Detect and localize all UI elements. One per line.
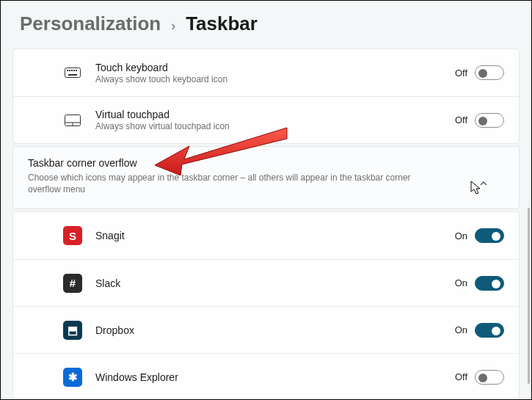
svg-rect-0 [65, 68, 81, 78]
scrollbar[interactable] [528, 208, 530, 384]
virtual-touchpad-title: Virtual touchpad [95, 109, 230, 120]
breadcrumb-current: Taskbar [186, 12, 258, 35]
virtual-touchpad-toggle[interactable] [475, 113, 504, 128]
svg-rect-1 [67, 70, 68, 71]
keyboard-icon [63, 63, 82, 82]
snagit-toggle[interactable] [475, 228, 504, 243]
bluetooth-icon: ✱ [63, 368, 82, 387]
taskbar-corner-icons-card: Touch keyboard Always show touch keyboar… [12, 48, 520, 144]
virtual-touchpad-state: Off [455, 114, 467, 126]
snagit-icon: S [63, 226, 82, 245]
slack-label: Slack [95, 277, 120, 289]
windows-explorer-toggle[interactable] [475, 370, 504, 385]
dropbox-icon: ⬒ [63, 321, 82, 340]
touch-keyboard-toggle[interactable] [475, 65, 504, 80]
overflow-section-sub: Choose which icons may appear in the tas… [28, 172, 439, 195]
overflow-app-dropbox: ⬒ Dropbox On [13, 306, 519, 353]
slack-state: On [455, 277, 467, 288]
overflow-section-title: Taskbar corner overflow [28, 157, 504, 169]
slack-toggle[interactable] [475, 276, 504, 291]
breadcrumb: Personalization › Taskbar [20, 12, 520, 35]
touch-keyboard-state: Off [455, 68, 467, 79]
svg-rect-5 [76, 70, 77, 71]
chevron-up-icon[interactable] [479, 179, 488, 190]
snagit-label: Snagit [95, 230, 125, 241]
touch-keyboard-row: Touch keyboard Always show touch keyboar… [13, 49, 519, 96]
touch-keyboard-sub: Always show touch keyboard icon [95, 74, 227, 84]
overflow-apps-card: S Snagit On # Slack On ⬒ Dropbox On ✱ [12, 211, 520, 400]
svg-rect-3 [71, 70, 73, 71]
taskbar-corner-overflow-header[interactable]: Taskbar corner overflow Choose which ico… [12, 146, 520, 209]
virtual-touchpad-row: Virtual touchpad Always show virtual tou… [13, 96, 519, 143]
overflow-app-slack: # Slack On [13, 259, 519, 306]
touch-keyboard-title: Touch keyboard [95, 62, 227, 73]
overflow-app-windows-explorer: ✱ Windows Explorer Off [13, 353, 519, 400]
dropbox-toggle[interactable] [475, 323, 504, 338]
dropbox-label: Dropbox [95, 324, 134, 336]
chevron-right-icon: › [171, 18, 175, 34]
windows-explorer-state: Off [455, 371, 467, 382]
virtual-touchpad-sub: Always show virtual touchpad icon [95, 121, 230, 131]
touchpad-icon [63, 111, 82, 130]
overflow-app-snagit: S Snagit On [13, 212, 519, 259]
slack-icon: # [63, 274, 82, 293]
svg-rect-4 [73, 70, 75, 71]
breadcrumb-parent[interactable]: Personalization [20, 12, 161, 35]
windows-explorer-label: Windows Explorer [95, 371, 178, 383]
svg-rect-6 [68, 74, 77, 76]
dropbox-state: On [455, 324, 467, 335]
snagit-state: On [455, 230, 467, 241]
svg-rect-2 [69, 70, 70, 71]
